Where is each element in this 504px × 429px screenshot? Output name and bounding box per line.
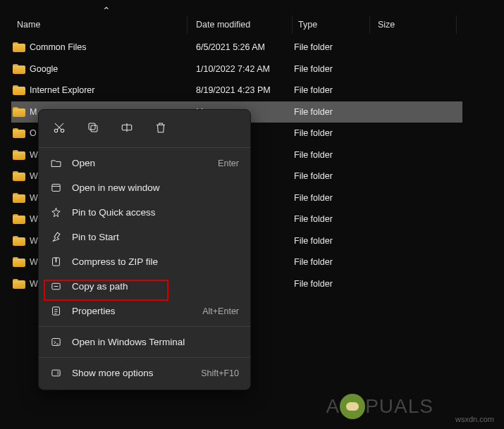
folder-open-icon	[50, 157, 62, 169]
menu-pin-quick-access[interactable]: Pin to Quick access	[39, 200, 250, 225]
folder-icon	[13, 42, 25, 52]
copy-path-icon	[50, 280, 62, 292]
menu-pin-start-label: Pin to Start	[72, 232, 239, 242]
cut-button[interactable]	[50, 118, 68, 139]
zip-icon	[50, 256, 62, 268]
menu-open-new-window[interactable]: Open in new window	[39, 175, 250, 200]
file-name: Google	[30, 64, 58, 74]
file-type: File folder	[293, 171, 370, 181]
svg-rect-5	[52, 185, 60, 192]
folder-icon	[13, 193, 25, 203]
file-name: W	[30, 150, 38, 160]
folder-icon	[13, 85, 25, 95]
file-date: 6/5/2021 5:26 AM	[190, 42, 293, 52]
copy-button[interactable]	[84, 118, 102, 139]
menu-zip-label: Compress to ZIP file	[72, 256, 239, 267]
menu-properties[interactable]: Properties Alt+Enter	[39, 299, 250, 323]
file-type: File folder	[293, 214, 370, 224]
folder-icon	[13, 150, 25, 160]
file-type: File folder	[293, 193, 370, 203]
menu-separator	[39, 326, 250, 327]
file-date: 8/19/2021 4:23 PM	[190, 85, 293, 95]
column-size[interactable]: Size	[372, 15, 457, 34]
folder-icon	[13, 214, 25, 224]
menu-compress-zip[interactable]: Compress to ZIP file	[39, 249, 250, 274]
menu-open-terminal[interactable]: Open in Windows Terminal	[39, 330, 250, 354]
more-icon	[50, 367, 62, 379]
svg-rect-2	[91, 125, 97, 132]
folder-icon	[13, 236, 25, 246]
file-type: File folder	[293, 42, 370, 52]
file-name: Common Files	[30, 42, 87, 52]
logo-text-before: A	[326, 395, 340, 418]
file-name: W	[30, 193, 38, 203]
menu-separator	[39, 357, 250, 358]
file-type: File folder	[293, 150, 370, 160]
file-type: File folder	[293, 279, 370, 289]
menu-pin-start[interactable]: Pin to Start	[39, 225, 250, 249]
folder-icon	[13, 257, 25, 267]
table-row[interactable]: Common Files6/5/2021 5:26 AMFile folder	[11, 37, 462, 58]
menu-copy-path-label: Copy as path	[72, 281, 239, 292]
menu-separator	[39, 147, 250, 148]
file-name: W	[30, 171, 38, 181]
sort-caret-icon: ⌃	[102, 5, 111, 16]
file-explorer-window: { "columns": { "name": "Name", "date": "…	[0, 0, 504, 429]
svg-rect-10	[52, 370, 60, 376]
file-name: W	[30, 257, 38, 267]
column-name[interactable]: Name	[11, 15, 188, 34]
file-date: 1/10/2022 7:42 AM	[190, 64, 293, 74]
svg-rect-9	[52, 339, 60, 346]
menu-open-shortcut: Enter	[218, 158, 239, 168]
folder-icon	[13, 279, 25, 289]
logo-head-icon	[340, 394, 365, 419]
rename-button[interactable]	[118, 118, 136, 139]
file-name: W	[30, 236, 38, 246]
properties-icon	[50, 305, 62, 317]
pin-start-icon	[50, 231, 62, 243]
menu-more-label: Show more options	[72, 368, 191, 378]
folder-icon	[13, 107, 25, 117]
menu-open-new-window-label: Open in new window	[72, 182, 239, 193]
menu-copy-path[interactable]: Copy as path	[39, 274, 250, 299]
pin-icon	[50, 206, 62, 218]
window-icon	[50, 182, 62, 194]
file-type: File folder	[293, 85, 370, 95]
svg-rect-3	[89, 123, 95, 130]
table-row[interactable]: Google1/10/2022 7:42 AMFile folder	[11, 58, 462, 80]
menu-terminal-label: Open in Windows Terminal	[72, 337, 239, 347]
file-name: O	[30, 128, 37, 138]
column-headers: Name Date modified Type Size	[0, 15, 504, 34]
file-name: M	[30, 107, 37, 117]
watermark-url: wsxdn.com	[455, 415, 494, 423]
menu-properties-shortcut: Alt+Enter	[202, 306, 239, 316]
menu-open[interactable]: Open Enter	[39, 151, 250, 175]
folder-icon	[13, 64, 25, 74]
folder-icon	[13, 171, 25, 181]
delete-button[interactable]	[152, 118, 170, 139]
context-menu: Open Enter Open in new window Pin to Qui…	[38, 109, 251, 390]
file-name: W	[30, 214, 38, 224]
folder-icon	[13, 128, 25, 138]
logo-text-after: PUALS	[365, 395, 434, 418]
column-date-modified[interactable]: Date modified	[190, 15, 293, 34]
file-name: Internet Explorer	[30, 85, 94, 95]
terminal-icon	[50, 336, 62, 348]
menu-more-shortcut: Shift+F10	[201, 368, 239, 378]
file-type: File folder	[293, 257, 370, 267]
file-type: File folder	[293, 64, 370, 74]
file-name: W	[30, 279, 38, 289]
menu-more-options[interactable]: Show more options Shift+F10	[39, 361, 250, 385]
file-type: File folder	[293, 128, 370, 138]
table-row[interactable]: Internet Explorer8/19/2021 4:23 PMFile f…	[11, 80, 462, 101]
menu-properties-label: Properties	[72, 306, 192, 316]
column-type[interactable]: Type	[293, 15, 370, 34]
file-type: File folder	[293, 107, 370, 117]
file-type: File folder	[293, 236, 370, 246]
watermark-logo: A PUALS	[326, 394, 434, 419]
menu-open-label: Open	[72, 158, 208, 168]
context-menu-iconbar	[39, 114, 250, 144]
menu-pin-qa-label: Pin to Quick access	[72, 207, 239, 218]
